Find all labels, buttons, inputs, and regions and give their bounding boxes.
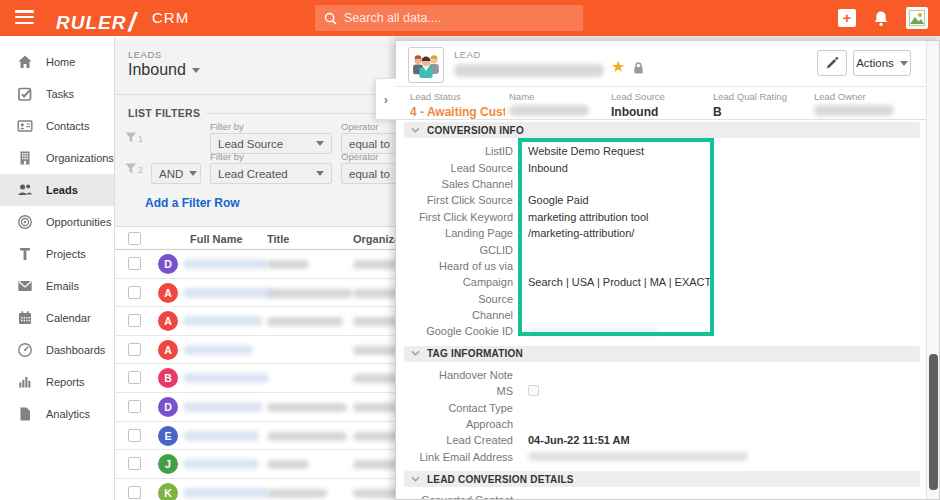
add-icon[interactable]: + bbox=[838, 9, 856, 27]
star-icon[interactable]: ★ bbox=[611, 57, 625, 76]
field-row: Contact Type bbox=[396, 399, 926, 415]
operator-select[interactable]: equal to bbox=[341, 163, 395, 184]
field-row: Lead Source Inbound bbox=[396, 159, 926, 175]
edit-button[interactable] bbox=[817, 50, 847, 76]
table-row[interactable]: A bbox=[115, 279, 395, 308]
table-row[interactable]: B bbox=[115, 364, 395, 393]
field-label: First Click Source bbox=[396, 194, 513, 206]
row-checkbox[interactable] bbox=[128, 286, 141, 299]
field-label: Google Cookie ID bbox=[396, 325, 513, 337]
filter-by-select[interactable]: Lead Created bbox=[210, 163, 332, 184]
sidebar-item-opportunities[interactable]: Opportunities bbox=[0, 206, 114, 238]
app-window: RULER/ CRM + Home Tasks Contacts Organiz… bbox=[0, 0, 940, 500]
row-checkbox[interactable] bbox=[128, 371, 141, 384]
table-row[interactable]: A bbox=[115, 336, 395, 365]
sidebar-item-home[interactable]: Home bbox=[0, 46, 114, 78]
sidebar-items: Home Tasks Contacts Organizations Leads … bbox=[0, 46, 114, 430]
add-filter-row-link[interactable]: Add a Filter Row bbox=[145, 196, 240, 210]
sidebar-item-analytics[interactable]: Analytics bbox=[0, 398, 114, 430]
organization-redacted bbox=[353, 346, 395, 355]
sidebar-item-label: Tasks bbox=[46, 88, 74, 100]
leads-icon bbox=[17, 182, 33, 198]
column-header-full-name[interactable]: Full Name bbox=[190, 233, 243, 245]
avatar: D bbox=[158, 397, 178, 417]
field-checkbox[interactable] bbox=[528, 385, 539, 396]
table-row[interactable]: J bbox=[115, 450, 395, 479]
scrollbar-track[interactable] bbox=[926, 41, 939, 499]
search-input[interactable] bbox=[344, 11, 574, 25]
full-name-redacted bbox=[183, 488, 269, 498]
detail-section: CONVERSION INFO ListID Website Demo Requ… bbox=[396, 122, 926, 344]
sidebar: Home Tasks Contacts Organizations Leads … bbox=[0, 36, 115, 500]
caret-down-icon bbox=[900, 61, 908, 66]
field-label: Lead Source bbox=[396, 162, 513, 174]
collapse-panel-button[interactable]: › bbox=[375, 78, 396, 120]
organization-redacted bbox=[353, 460, 395, 469]
field-row: First Click Source Google Paid bbox=[396, 192, 926, 208]
sidebar-item-contacts[interactable]: Contacts bbox=[0, 110, 114, 142]
field-value bbox=[528, 385, 539, 398]
row-checkbox[interactable] bbox=[128, 486, 141, 499]
table-row[interactable]: A bbox=[115, 307, 395, 336]
column-header-title[interactable]: Title bbox=[267, 233, 289, 245]
field-row: Heard of us via bbox=[396, 258, 926, 274]
filter-index: 2 bbox=[138, 165, 143, 175]
sidebar-item-tasks[interactable]: Tasks bbox=[0, 78, 114, 110]
actions-button[interactable]: Actions bbox=[853, 50, 911, 76]
field-row: Source bbox=[396, 291, 926, 307]
organization-redacted bbox=[353, 432, 395, 441]
field-value bbox=[528, 452, 748, 461]
row-checkbox[interactable] bbox=[128, 257, 141, 270]
title-redacted bbox=[267, 432, 347, 441]
divider bbox=[205, 113, 395, 114]
sidebar-item-projects[interactable]: Projects bbox=[0, 238, 114, 270]
section-fields: Converted Contact bbox=[396, 487, 926, 499]
section-header[interactable]: CONVERSION INFO bbox=[404, 122, 920, 138]
chevron-down-icon bbox=[411, 350, 420, 357]
field-label: Lead Source bbox=[611, 91, 665, 102]
section-header[interactable]: TAG INFORMATION bbox=[404, 346, 920, 362]
organization-redacted bbox=[353, 374, 395, 383]
calendar-icon bbox=[17, 310, 33, 326]
sidebar-item-label: Projects bbox=[46, 248, 86, 260]
table-row[interactable]: E bbox=[115, 422, 395, 451]
global-search[interactable] bbox=[315, 5, 583, 31]
field-label: Channel bbox=[396, 309, 513, 321]
title-redacted bbox=[267, 317, 343, 326]
field-row: Link Email Address bbox=[396, 449, 926, 465]
filter-index: 1 bbox=[138, 134, 143, 144]
row-checkbox[interactable] bbox=[128, 343, 141, 356]
row-checkbox[interactable] bbox=[128, 400, 141, 413]
chevron-down-icon bbox=[411, 476, 420, 483]
summary-field: Lead Status 4 - Awaiting Custo... bbox=[410, 91, 505, 119]
table-row[interactable]: D bbox=[115, 393, 395, 422]
full-name-redacted bbox=[183, 345, 253, 355]
field-row: Sales Channel bbox=[396, 176, 926, 192]
sidebar-item-emails[interactable]: Emails bbox=[0, 270, 114, 302]
notifications-icon[interactable] bbox=[873, 10, 889, 27]
menu-icon[interactable] bbox=[15, 10, 34, 25]
organization-redacted bbox=[353, 317, 395, 326]
avatar: E bbox=[158, 426, 178, 446]
sidebar-item-reports[interactable]: Reports bbox=[0, 366, 114, 398]
view-selector[interactable]: Inbound bbox=[128, 61, 200, 79]
conjunction-select[interactable]: AND bbox=[151, 163, 201, 184]
row-checkbox[interactable] bbox=[128, 314, 141, 327]
table-row[interactable]: K bbox=[115, 479, 395, 500]
sidebar-item-leads[interactable]: Leads bbox=[0, 174, 114, 206]
field-label: Approach bbox=[396, 418, 513, 430]
column-header-organization[interactable]: Organization bbox=[353, 233, 395, 245]
sidebar-item-organizations[interactable]: Organizations bbox=[0, 142, 114, 174]
scrollbar-thumb[interactable] bbox=[929, 354, 938, 490]
table-row[interactable]: D bbox=[115, 250, 395, 279]
select-all-checkbox[interactable] bbox=[128, 232, 141, 245]
projects-icon bbox=[17, 246, 33, 262]
leads-table-body: D A A A B D E bbox=[115, 250, 395, 500]
sidebar-item-dashboards[interactable]: Dashboards bbox=[0, 334, 114, 366]
row-checkbox[interactable] bbox=[128, 429, 141, 442]
avatar-image-icon[interactable] bbox=[906, 7, 928, 29]
section-header[interactable]: LEAD CONVERSION DETAILS bbox=[404, 471, 920, 487]
row-checkbox[interactable] bbox=[128, 457, 141, 470]
sidebar-item-label: Contacts bbox=[46, 120, 89, 132]
sidebar-item-calendar[interactable]: Calendar bbox=[0, 302, 114, 334]
